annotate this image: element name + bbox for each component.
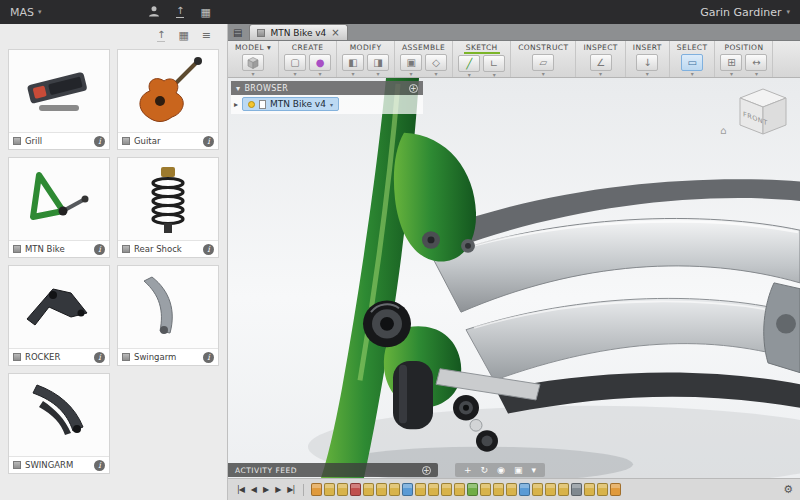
timeline-feature-icon[interactable] — [441, 483, 452, 496]
create-sketch-tool[interactable]: ╱ — [458, 55, 480, 72]
project-card-swingarm-2[interactable]: SWINGARM i — [8, 373, 110, 474]
project-card-grid: Grill i Guitar — [0, 47, 227, 500]
chevron-down-icon: ▾ — [38, 8, 42, 16]
activity-feed-bar[interactable]: ACTIVITY FEED + — [228, 463, 438, 477]
info-icon[interactable]: i — [203, 136, 214, 147]
ribbon-group-label: CREATE — [290, 43, 325, 53]
apps-grid-icon[interactable]: ▦ — [200, 7, 210, 18]
timeline-go-start-button[interactable]: |◀ — [235, 485, 246, 494]
select-tool[interactable]: ▭ — [681, 54, 703, 71]
info-icon[interactable]: i — [203, 352, 214, 363]
measure-tool[interactable]: ∠ — [590, 54, 612, 71]
visibility-bulb-icon[interactable] — [248, 101, 255, 108]
fillet-tool[interactable]: ◨ — [367, 54, 389, 71]
fit-view-icon[interactable]: + — [464, 466, 472, 475]
browser-root-row[interactable]: ▸ MTN Bike v4 ▾ — [234, 97, 420, 111]
timeline-feature-icon[interactable] — [324, 483, 335, 496]
project-card-rear-shock[interactable]: Rear Shock i — [117, 157, 219, 258]
user-icon[interactable] — [148, 5, 160, 19]
upload-icon[interactable]: ↑ — [176, 6, 184, 18]
project-card-name: MTN Bike — [25, 244, 65, 254]
project-card-rocker[interactable]: ROCKER i — [8, 265, 110, 366]
timeline-feature-icon[interactable] — [506, 483, 517, 496]
timeline-feature-icon[interactable] — [493, 483, 504, 496]
grill-thumbnail — [9, 50, 109, 132]
ribbon-group-inspect: INSPECT ∠▾ — [576, 41, 625, 77]
display-settings-icon[interactable]: ▣ — [514, 466, 523, 475]
workspace-switcher[interactable]: MODEL ▾ ▾ — [228, 41, 279, 77]
account-menu[interactable]: Garin Gardiner ▾ — [700, 6, 790, 19]
expander-icon[interactable]: ▸ — [234, 100, 238, 109]
timeline-feature-icon[interactable] — [454, 483, 465, 496]
timeline-feature-icon[interactable] — [428, 483, 439, 496]
timeline-feature-icon[interactable] — [558, 483, 569, 496]
timeline-feature-icon[interactable] — [402, 483, 413, 496]
joint-tool[interactable]: ◇ — [425, 54, 447, 71]
data-panel-project-menu[interactable]: MAS ▾ — [10, 6, 42, 19]
timeline-feature-icon[interactable] — [519, 483, 530, 496]
timeline-feature-icon[interactable] — [415, 483, 426, 496]
press-pull-tool[interactable]: ◧ — [342, 54, 364, 71]
timeline-feature-icon[interactable] — [610, 483, 621, 496]
timeline-feature-icon[interactable] — [363, 483, 374, 496]
timeline-step-back-button[interactable]: ◀ — [249, 485, 258, 494]
grid-view-icon[interactable]: ▦ — [178, 29, 188, 42]
timeline-step-forward-button[interactable]: ▶ — [273, 485, 282, 494]
timeline-feature-icon[interactable] — [571, 483, 582, 496]
gear-icon[interactable]: ⚙ — [783, 483, 793, 496]
project-card-swingarm[interactable]: Swingarm i — [117, 265, 219, 366]
timeline-go-end-button[interactable]: ▶| — [285, 485, 296, 494]
create-box-tool[interactable]: ▢ — [284, 54, 306, 71]
home-icon[interactable]: ⌂ — [720, 125, 726, 136]
panel-toggle-icon[interactable]: ▤ — [233, 27, 242, 38]
project-card-name: Grill — [25, 136, 42, 146]
orbit-icon[interactable]: ↻ — [481, 466, 489, 475]
timeline-feature-icon[interactable] — [376, 483, 387, 496]
ribbon-group-select: SELECT ▭▾ — [670, 41, 716, 77]
timeline-feature-icon[interactable] — [311, 483, 322, 496]
info-icon[interactable]: i — [94, 352, 105, 363]
browser-root-selected[interactable]: MTN Bike v4 ▾ — [242, 97, 339, 111]
timeline-feature-icon[interactable] — [350, 483, 361, 496]
timeline-feature-icon[interactable] — [584, 483, 595, 496]
close-icon[interactable]: × — [331, 28, 339, 38]
timeline-feature-icon[interactable] — [597, 483, 608, 496]
add-icon[interactable]: + — [422, 466, 431, 475]
info-icon[interactable]: i — [94, 460, 105, 471]
sketch-line-tool[interactable]: ∟ — [483, 55, 505, 72]
timeline-feature-icon[interactable] — [337, 483, 348, 496]
construct-plane-tool[interactable]: ▱ — [532, 54, 554, 71]
project-card-grill[interactable]: Grill i — [8, 49, 110, 150]
timeline-feature-icon[interactable] — [467, 483, 478, 496]
timeline-feature-icon[interactable] — [532, 483, 543, 496]
timeline-play-button[interactable]: ▶ — [261, 485, 270, 494]
timeline-feature-icon[interactable] — [545, 483, 556, 496]
bike-3d-model[interactable] — [228, 78, 800, 478]
project-card-guitar[interactable]: Guitar i — [117, 49, 219, 150]
model-workspace-icon[interactable] — [242, 54, 264, 71]
timeline-feature-icon[interactable] — [480, 483, 491, 496]
insert-tool[interactable]: ↓ — [636, 54, 658, 71]
look-at-icon[interactable]: ◉ — [497, 466, 505, 475]
info-icon[interactable]: i — [203, 244, 214, 255]
browser-panel-header[interactable]: ▾ BROWSER + — [231, 81, 423, 95]
add-icon[interactable]: + — [409, 84, 418, 93]
timeline-feature-track — [311, 483, 621, 496]
document-tab[interactable]: MTN Bike v4 × — [249, 24, 347, 40]
model-viewport[interactable]: ▾ BROWSER + ▸ MTN Bike v4 ▾ — [228, 78, 800, 478]
info-icon[interactable]: i — [94, 244, 105, 255]
upload-icon[interactable]: ↑ — [157, 29, 165, 42]
capture-position-tool[interactable]: ⊞ — [720, 54, 742, 71]
project-card-mtn-bike[interactable]: MTN Bike i — [8, 157, 110, 258]
new-component-tool[interactable]: ▣ — [400, 54, 422, 71]
chevron-down-icon[interactable]: ▾ — [531, 466, 536, 475]
revert-position-tool[interactable]: ↔ — [745, 54, 767, 71]
info-icon[interactable]: i — [94, 136, 105, 147]
list-view-icon[interactable]: ≡ — [202, 29, 211, 42]
create-form-tool[interactable]: ● — [309, 54, 331, 71]
ribbon-group-label: CONSTRUCT — [516, 43, 570, 53]
chevron-down-icon[interactable]: ▾ — [330, 101, 333, 108]
fusion-app-window: MAS ▾ ↑ ▦ Garin Gardiner ▾ ↑ ▦ ≡ — [0, 0, 800, 500]
timeline-feature-icon[interactable] — [389, 483, 400, 496]
view-cube[interactable]: ⌂ FRONT — [730, 82, 792, 140]
